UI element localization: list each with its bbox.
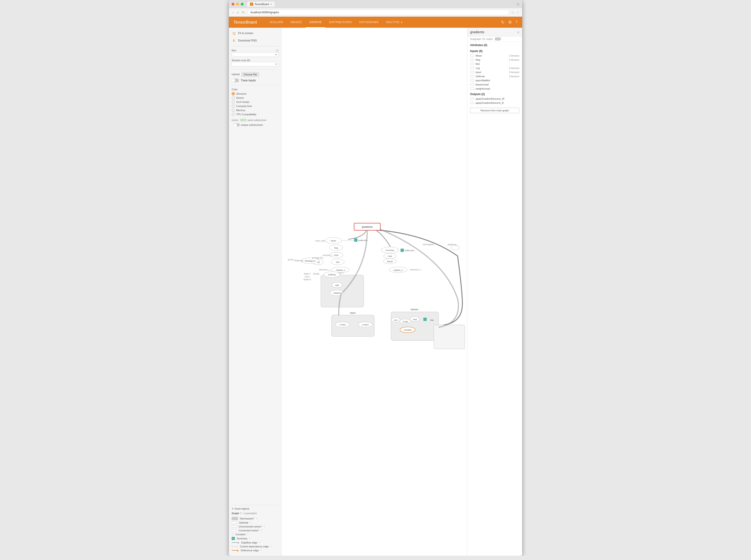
maximize-button[interactable] xyxy=(241,3,244,5)
color-structure[interactable]: Structure xyxy=(231,92,279,95)
close-button[interactable] xyxy=(231,3,235,5)
refresh-icon[interactable]: ↻ xyxy=(501,20,505,25)
menu-icon[interactable]: ⋮ xyxy=(516,11,520,14)
nav-inactive[interactable]: INACTIVE ▼ xyxy=(382,17,407,28)
input-mean-label: Mean xyxy=(470,54,482,57)
opnode-help[interactable]: ? xyxy=(250,521,251,524)
input-biases-read-label: biases/read xyxy=(470,83,489,86)
scalar-loss-node xyxy=(354,238,358,242)
legend-unconnected-label: Unconnected series* xyxy=(239,525,262,528)
control-help[interactable]: ? xyxy=(270,545,272,547)
forward-button[interactable]: › xyxy=(237,10,239,15)
nav-images[interactable]: IMAGES xyxy=(287,17,306,28)
back-button[interactable]: ‹ xyxy=(231,10,235,15)
legend-control: Control dependency edge ? xyxy=(231,545,279,548)
legend-title: Graph xyxy=(231,512,239,515)
session-select[interactable] xyxy=(231,62,279,66)
xinput-label: x-input xyxy=(339,323,346,326)
trace-inputs-toggle[interactable] xyxy=(231,79,239,82)
weights-namespace-node xyxy=(434,325,465,349)
input-neg-label: Neg xyxy=(470,58,480,61)
namespace-help[interactable]: ? xyxy=(256,517,257,520)
browser-tab[interactable]: T TensorBoard ✕ xyxy=(247,2,275,7)
color-tpu[interactable]: TPU Compatibility xyxy=(231,113,279,116)
panel-collapse-icon[interactable]: ∧ xyxy=(517,30,520,34)
radio-tpu-outer xyxy=(231,113,235,116)
nav-distributions[interactable]: DISTRIBUTIONS xyxy=(325,17,356,28)
unconnected-help[interactable]: ? xyxy=(264,525,265,528)
fit-to-screen-action[interactable]: ⊡ Fit to screen xyxy=(231,31,279,36)
legend-reference-label: Reference edge xyxy=(241,549,259,552)
reshape-label: Reshape-9 xyxy=(305,260,316,262)
color-structure-label: Structure xyxy=(236,92,246,95)
session-label: Session runs (0) xyxy=(231,59,250,62)
end-label: End-9 xyxy=(305,276,310,278)
same-substructure-color xyxy=(240,119,246,121)
tab-title: TensorBoard xyxy=(255,3,269,5)
run-section: Run (1) . xyxy=(231,49,279,57)
biases-namespace-node xyxy=(391,312,439,340)
input-input: input 3 tensors xyxy=(467,70,522,74)
color-compute[interactable]: Compute time xyxy=(231,104,279,108)
unconnected-shape xyxy=(231,525,237,528)
color-device[interactable]: Device xyxy=(231,96,279,99)
neg-node-label: Neg xyxy=(334,247,338,249)
panel-toggle[interactable] xyxy=(495,37,501,41)
legend-subtitle: (* = expandable) xyxy=(240,512,257,515)
download-icon: ⬇ xyxy=(231,38,236,43)
begin-label: Begin-9 xyxy=(304,273,311,275)
nav-graphs[interactable]: GRAPHS xyxy=(306,17,325,28)
graph-canvas[interactable]: layer input biases gradients Mean mean_r… xyxy=(282,28,467,556)
input-weights-read-label: weights/read xyxy=(470,87,490,90)
minimize-button[interactable] xyxy=(236,3,239,5)
chevron-down-icon: ∨ xyxy=(231,507,234,510)
legend-connected: Connected series* ? xyxy=(231,529,279,532)
control-edge-shape xyxy=(231,546,238,547)
unique-substructure-toggle[interactable] xyxy=(234,123,240,126)
user-icon: ⊙ xyxy=(516,2,520,6)
dataflow-help[interactable]: ? xyxy=(259,541,260,544)
accuracy-node-label: Accuracy xyxy=(385,249,394,252)
color-xla[interactable]: XLA Cluster xyxy=(231,100,279,104)
legend-dataflow-label: Dataflow edge xyxy=(241,541,257,544)
bias-summary-node xyxy=(423,318,427,321)
color-compute-label: Compute time xyxy=(236,105,252,107)
nav-scalars[interactable]: SCALARS xyxy=(266,17,287,28)
radio-structure-outer xyxy=(231,92,235,95)
input-log-label: Log xyxy=(470,67,480,69)
bookmark-icon[interactable]: ☆ xyxy=(511,11,514,14)
remove-from-main-graph-button[interactable]: Remove from main graph xyxy=(470,108,520,113)
legend-opnode-label: OpNode xyxy=(239,521,248,524)
input-input-label: input xyxy=(470,71,481,74)
run-select[interactable]: . xyxy=(231,52,279,57)
opnode-shape xyxy=(231,521,237,524)
help-icon[interactable]: ? xyxy=(515,20,517,24)
legend-toggle[interactable]: ∨ Close legend. xyxy=(231,507,279,510)
url-bar[interactable]: localhost:6006/#graphs xyxy=(247,9,509,15)
tab-close-icon[interactable]: ✕ xyxy=(270,3,272,5)
color-tpu-label: TPU Compatibility xyxy=(236,113,256,116)
reference-edge-icon: ▶ xyxy=(231,549,239,552)
radio-compute-outer xyxy=(231,104,235,108)
tb-nav: SCALARS IMAGES GRAPHS DISTRIBUTIONS HIST… xyxy=(266,17,501,28)
mean-node-label: Mean xyxy=(331,240,336,242)
connected-help[interactable]: ? xyxy=(261,529,262,532)
input-neg-tensors: 2 tensors xyxy=(509,58,520,61)
right-panel: gradients ∧ Subgraph: 61 nodes Attribute… xyxy=(467,28,522,556)
summary-help[interactable]: ? xyxy=(249,537,250,540)
scalar-accu-label: scalar-accu... xyxy=(405,249,416,252)
main-layout: ⊡ Fit to screen ⬇ Download PNG Run (1) .… xyxy=(229,28,522,556)
choose-file-button[interactable]: Choose File xyxy=(242,72,259,77)
reference-help[interactable]: ? xyxy=(261,549,262,552)
color-memory[interactable]: Memory xyxy=(231,108,279,112)
legend-constant-label: Constant xyxy=(235,533,245,536)
input-label: input xyxy=(350,312,356,314)
settings-icon[interactable]: ⚙ xyxy=(508,20,512,25)
input-mean-tensors: 2 tensors xyxy=(509,54,520,57)
argmax1-label: ArgMax_1 xyxy=(336,269,345,271)
refresh-button[interactable]: ↻ xyxy=(241,10,246,15)
download-png-action[interactable]: ⬇ Download PNG xyxy=(231,38,279,43)
constant-help[interactable]: ? xyxy=(247,533,248,536)
summary-shape: ▪ xyxy=(231,537,235,540)
nav-histograms[interactable]: HISTOGRAMS xyxy=(356,17,382,28)
